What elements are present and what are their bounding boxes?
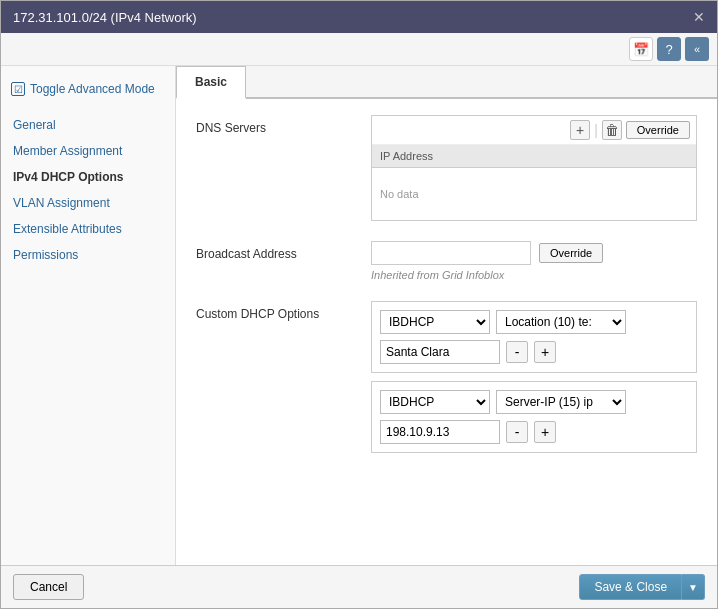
dhcp-group-1-select1[interactable]: IBDHCP xyxy=(380,310,490,334)
dhcp-group-2-row1: IBDHCP Server-IP (15) ip xyxy=(380,390,688,414)
dhcp-group-1: IBDHCP Location (10) te: - + xyxy=(371,301,697,373)
collapse-icon[interactable]: « xyxy=(685,37,709,61)
broadcast-address-label: Broadcast Address xyxy=(196,241,371,261)
dns-table-header: IP Address xyxy=(372,145,696,168)
broadcast-inherited-text: Inherited from Grid Infoblox xyxy=(371,269,697,281)
sidebar-item-vlan-assignment[interactable]: VLAN Assignment xyxy=(1,190,175,216)
dns-toolbar-separator: | xyxy=(594,122,598,138)
main-content: ☑ Toggle Advanced Mode General Member As… xyxy=(1,66,717,565)
sidebar-item-ipv4-dhcp-options[interactable]: IPv4 DHCP Options xyxy=(1,164,175,190)
dhcp-group-2-row2: - + xyxy=(380,420,688,444)
save-close-dropdown-icon[interactable]: ▼ xyxy=(682,574,705,600)
main-window: 172.31.101.0/24 (IPv4 Network) ✕ 📅 ? « ☑… xyxy=(0,0,718,609)
title-bar: 172.31.101.0/24 (IPv4 Network) ✕ xyxy=(1,1,717,33)
broadcast-address-section: Broadcast Address Override Inherited fro… xyxy=(196,241,697,281)
dns-servers-field: + | 🗑 Override IP Address No data xyxy=(371,115,697,221)
dns-servers-section: DNS Servers + | 🗑 Override IP Address No… xyxy=(196,115,697,221)
tabs: Basic xyxy=(176,66,717,99)
content-area: Basic DNS Servers + | 🗑 Override xyxy=(176,66,717,565)
calendar-icon[interactable]: 📅 xyxy=(629,37,653,61)
dhcp-group-1-input[interactable] xyxy=(380,340,500,364)
sidebar-item-permissions[interactable]: Permissions xyxy=(1,242,175,268)
dns-servers-label: DNS Servers xyxy=(196,115,371,135)
dhcp-group-1-minus-button[interactable]: - xyxy=(506,341,528,363)
sidebar-item-general[interactable]: General xyxy=(1,112,175,138)
toolbar: 📅 ? « xyxy=(1,33,717,66)
dhcp-group-2-select1[interactable]: IBDHCP xyxy=(380,390,490,414)
broadcast-address-inline: Override xyxy=(371,241,697,265)
custom-dhcp-label: Custom DHCP Options xyxy=(196,301,371,321)
custom-dhcp-section: Custom DHCP Options IBDHCP Location (10)… xyxy=(196,301,697,461)
toggle-icon: ☑ xyxy=(11,82,25,96)
dns-box: + | 🗑 Override IP Address No data xyxy=(371,115,697,221)
save-close-group: Save & Close ▼ xyxy=(579,574,705,600)
dhcp-group-2-plus-button[interactable]: + xyxy=(534,421,556,443)
toggle-advanced-mode-button[interactable]: ☑ Toggle Advanced Mode xyxy=(1,76,175,102)
close-icon[interactable]: ✕ xyxy=(693,9,705,25)
custom-dhcp-field: IBDHCP Location (10) te: - + xyxy=(371,301,697,461)
broadcast-override-button[interactable]: Override xyxy=(539,243,603,263)
broadcast-address-input[interactable] xyxy=(371,241,531,265)
toggle-advanced-mode-label: Toggle Advanced Mode xyxy=(30,82,155,96)
dns-add-icon[interactable]: + xyxy=(570,120,590,140)
dhcp-group-1-row1: IBDHCP Location (10) te: xyxy=(380,310,688,334)
dhcp-group-2-minus-button[interactable]: - xyxy=(506,421,528,443)
help-icon[interactable]: ? xyxy=(657,37,681,61)
broadcast-address-field: Override Inherited from Grid Infoblox xyxy=(371,241,697,281)
save-close-button[interactable]: Save & Close xyxy=(579,574,682,600)
tab-basic[interactable]: Basic xyxy=(176,66,246,99)
dhcp-group-2: IBDHCP Server-IP (15) ip - + xyxy=(371,381,697,453)
dns-toolbar: + | 🗑 Override xyxy=(372,116,696,145)
sidebar-item-extensible-attributes[interactable]: Extensible Attributes xyxy=(1,216,175,242)
sidebar-item-member-assignment[interactable]: Member Assignment xyxy=(1,138,175,164)
sidebar: ☑ Toggle Advanced Mode General Member As… xyxy=(1,66,176,565)
dns-delete-icon[interactable]: 🗑 xyxy=(602,120,622,140)
dhcp-group-2-input[interactable] xyxy=(380,420,500,444)
dns-override-button[interactable]: Override xyxy=(626,121,690,139)
dhcp-group-1-select2[interactable]: Location (10) te: xyxy=(496,310,626,334)
bottom-bar: Cancel Save & Close ▼ xyxy=(1,565,717,608)
dhcp-group-2-select2[interactable]: Server-IP (15) ip xyxy=(496,390,626,414)
sidebar-nav: General Member Assignment IPv4 DHCP Opti… xyxy=(1,112,175,268)
content-scroll: DNS Servers + | 🗑 Override IP Address No… xyxy=(176,99,717,565)
dns-no-data: No data xyxy=(372,168,696,220)
dhcp-group-1-plus-button[interactable]: + xyxy=(534,341,556,363)
dhcp-group-1-row2: - + xyxy=(380,340,688,364)
window-title: 172.31.101.0/24 (IPv4 Network) xyxy=(13,10,197,25)
cancel-button[interactable]: Cancel xyxy=(13,574,84,600)
